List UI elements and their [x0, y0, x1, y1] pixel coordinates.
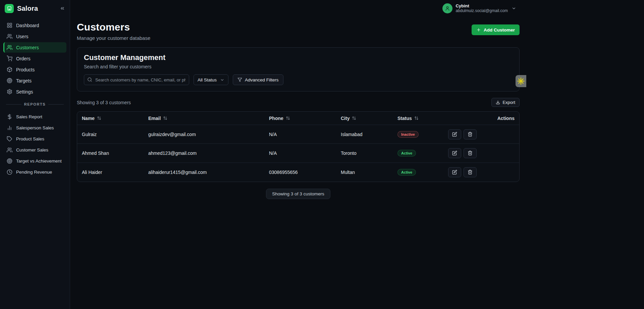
status-filter-select[interactable]: All Status — [194, 74, 228, 85]
page-title: Customers — [77, 21, 150, 33]
export-button[interactable]: Export — [491, 98, 520, 107]
sidebar-item-label: Product Sales — [16, 136, 44, 141]
collapse-sidebar-button[interactable] — [60, 6, 65, 11]
floating-widget[interactable] — [516, 75, 526, 87]
sidebar-item-products[interactable]: Products — [3, 64, 66, 75]
download-icon — [496, 100, 500, 105]
sidebar-item-orders[interactable]: Orders — [3, 53, 66, 64]
chevron-down-icon — [512, 6, 516, 11]
sort-icon — [352, 116, 356, 120]
sidebar-item-target-vs-achievement[interactable]: Target vs Achievement — [3, 156, 66, 166]
divider — [48, 104, 64, 105]
table-header: Name Email Phone City — [77, 112, 519, 125]
advanced-filters-label: Advanced Filters — [245, 77, 279, 82]
user-email: abdulmuiz.social@gmail.com — [455, 9, 508, 13]
column-header-email[interactable]: Email — [148, 116, 269, 121]
divider — [6, 104, 21, 105]
chevron-down-icon — [220, 78, 224, 82]
customer-email: alihaiderur1415@gmail.com — [148, 170, 269, 175]
edit-icon — [452, 150, 457, 156]
delete-button[interactable] — [464, 129, 477, 139]
shop-icon — [7, 6, 12, 11]
row-actions — [448, 148, 515, 158]
column-label: Email — [148, 116, 161, 121]
results-row: Showing 3 of 3 customers Export — [77, 98, 520, 107]
sort-icon — [286, 116, 290, 120]
filter-icon — [237, 77, 242, 82]
page-subtitle: Manage your customer database — [77, 35, 150, 41]
sidebar-item-label: Sales Report — [16, 114, 42, 119]
reports-label-text: REPORTS — [24, 102, 46, 106]
customer-email: ahmed123@gmail.com — [148, 150, 269, 156]
edit-button[interactable] — [448, 148, 461, 158]
sidebar-item-label: Target vs Achievement — [16, 159, 62, 164]
customer-city: Multan — [341, 170, 397, 175]
sidebar-item-label: Pending Revenue — [16, 170, 52, 175]
column-label: Phone — [269, 116, 283, 121]
sidebar-item-settings[interactable]: Settings — [3, 86, 66, 97]
customer-name: Ali Haider — [82, 170, 148, 175]
trash-icon — [468, 132, 473, 137]
advanced-filters-button[interactable]: Advanced Filters — [233, 74, 283, 85]
cart-icon — [7, 56, 12, 61]
export-label: Export — [502, 100, 515, 105]
sidebar-item-users[interactable]: Users — [3, 31, 66, 42]
sidebar-item-targets[interactable]: Targets — [3, 75, 66, 86]
sidebar-item-label: Products — [16, 67, 35, 72]
sort-icon — [163, 116, 167, 120]
column-header-city[interactable]: City — [341, 116, 397, 121]
customer-name: Gulraiz — [82, 132, 148, 137]
gear-icon — [7, 89, 12, 95]
user-menu[interactable]: Cybint abdulmuiz.social@gmail.com — [442, 3, 516, 13]
chevrons-left-icon — [60, 6, 65, 11]
sidebar-item-pending-revenue[interactable]: Pending Revenue — [3, 167, 66, 177]
trash-icon — [468, 170, 473, 175]
filter-row: All Status Advanced Filters — [84, 74, 513, 85]
table-row: Gulraiz gulraizdev@gmail.com N/A Islamab… — [77, 125, 519, 144]
customer-email: gulraizdev@gmail.com — [148, 132, 269, 137]
sidebar-item-salesperson-sales[interactable]: Salesperson Sales — [3, 123, 66, 133]
status-cell: Inactive — [397, 131, 448, 138]
delete-button[interactable] — [464, 148, 477, 158]
column-header-phone[interactable]: Phone — [269, 116, 341, 121]
sidebar-item-product-sales[interactable]: Product Sales — [3, 134, 66, 144]
target-icon — [7, 158, 12, 164]
search-input[interactable] — [84, 74, 189, 85]
sidebar-item-customer-sales[interactable]: Customer Sales — [3, 145, 66, 155]
main-area: Cybint abdulmuiz.social@gmail.com Custom… — [70, 0, 526, 309]
sidebar-item-label: Orders — [16, 56, 31, 61]
row-actions — [448, 129, 515, 139]
card-title: Customer Management — [84, 53, 513, 62]
reports-section-label: REPORTS — [0, 98, 70, 108]
brand-name: Salora — [17, 5, 38, 12]
edit-button[interactable] — [448, 167, 461, 177]
user-name: Cybint — [455, 4, 508, 9]
sidebar-reports-nav: Sales Report Salesperson Sales Product S… — [0, 108, 70, 179]
user-meta: Cybint abdulmuiz.social@gmail.com — [455, 4, 508, 13]
trash-icon — [468, 150, 473, 156]
dollar-icon — [7, 114, 12, 120]
column-header-status[interactable]: Status — [397, 116, 448, 121]
column-header-actions: Actions — [497, 116, 515, 121]
users-icon — [7, 34, 12, 39]
sidebar-item-label: Customers — [16, 45, 39, 50]
add-customer-button[interactable]: Add Customer — [472, 24, 520, 35]
results-summary: Showing 3 of 3 customers — [77, 100, 131, 105]
sidebar-item-customers[interactable]: Customers — [3, 42, 66, 53]
sidebar-item-label: Salesperson Sales — [16, 125, 54, 130]
status-filter-value: All Status — [198, 77, 217, 82]
page-header: Customers Manage your customer database … — [77, 21, 520, 41]
status-badge: Active — [397, 150, 416, 157]
card-subtitle: Search and filter your customers — [84, 64, 513, 69]
sidebar-item-dashboard[interactable]: Dashboard — [3, 20, 66, 30]
pagination-summary[interactable]: Showing 3 of 3 customers — [266, 189, 330, 199]
customers-table: Name Email Phone City — [77, 111, 520, 182]
avatar — [442, 3, 452, 13]
column-header-name[interactable]: Name — [82, 116, 148, 121]
clock-icon — [7, 169, 12, 175]
edit-icon — [452, 170, 457, 175]
delete-button[interactable] — [464, 167, 477, 177]
sort-icon — [414, 116, 419, 120]
sidebar-item-sales-report[interactable]: Sales Report — [3, 112, 66, 122]
edit-button[interactable] — [448, 129, 461, 139]
